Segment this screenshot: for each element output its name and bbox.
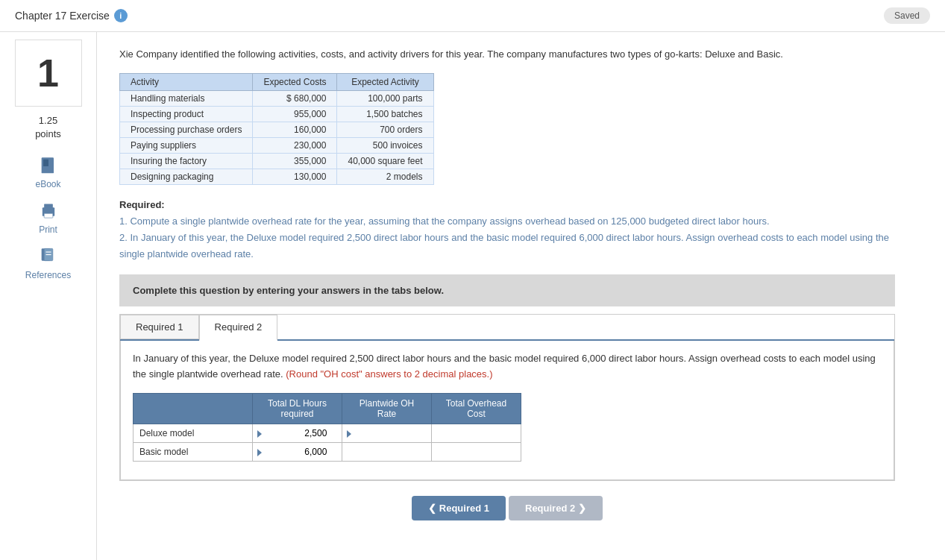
table-row: Basic model [134, 442, 521, 461]
deluxe-oh-rate-input[interactable] [357, 428, 416, 438]
required-title: Required: [119, 199, 165, 210]
page-header: Chapter 17 Exercise i Saved [0, 0, 945, 32]
deluxe-oh-rate-cell [342, 424, 432, 442]
question-text: Xie Company identified the following act… [119, 47, 895, 63]
basic-dl-hours-cell [253, 442, 342, 461]
basic-oh-rate-input[interactable] [347, 447, 406, 457]
tab2-main-text: In January of this year, the Deluxe mode… [133, 353, 876, 380]
page-title: Chapter 17 Exercise [15, 10, 110, 22]
deluxe-label: Deluxe model [134, 424, 253, 442]
table-cell: 355,000 [253, 153, 337, 169]
table-cell: $ 680,000 [253, 90, 337, 106]
triangle-indicator [257, 449, 262, 456]
book-icon [38, 156, 59, 177]
table-cell: 2 models [337, 169, 433, 184]
question-number-box: 1 [15, 40, 82, 107]
col-expected-activity: Expected Activity [337, 73, 433, 90]
table-cell: 100,000 parts [337, 90, 433, 106]
tabs-container: Required 1 Required 2 [120, 315, 894, 341]
table-cell: Designing packaging [120, 169, 253, 184]
tab-required1[interactable]: Required 1 [120, 315, 199, 339]
col-model [134, 393, 253, 424]
tabs-outer: Required 1 Required 2 In January of this… [119, 314, 895, 481]
req2-label: 2. [119, 232, 128, 243]
tab2-content: In January of this year, the Deluxe mode… [120, 341, 894, 480]
col-dl-hours: Total DL Hoursrequired [253, 393, 342, 424]
table-cell: Inspecting product [120, 106, 253, 122]
data-table: Total DL Hoursrequired Plantwide OHRate … [133, 393, 521, 462]
tab-required2[interactable]: Required 2 [199, 315, 278, 341]
table-cell: Handling materials [120, 90, 253, 106]
table-row: Deluxe model [134, 424, 521, 442]
col-activity: Activity [120, 73, 253, 90]
prev-arrow: ❮ [428, 503, 436, 514]
triangle-indicator [257, 430, 262, 438]
sidebar: 1 1.25 points eBook Print [0, 32, 97, 560]
table-cell: 700 orders [337, 122, 433, 137]
instruction-text: Complete this question by entering your … [133, 285, 444, 296]
table-cell: 230,000 [253, 137, 337, 153]
round-note: (Round "OH cost" answers to 2 decimal pl… [286, 368, 492, 380]
sidebar-item-ebook[interactable]: eBook [35, 156, 60, 189]
basic-oh-rate-cell [342, 442, 432, 461]
basic-label: Basic model [134, 442, 253, 461]
col-oh-rate: Plantwide OHRate [342, 393, 432, 424]
deluxe-dl-hours-input[interactable] [267, 428, 327, 438]
nav-buttons: ❮ Required 1 Required 2 ❯ [119, 496, 895, 535]
points-label: points [35, 128, 61, 139]
col-oh-cost: Total OverheadCost [432, 393, 521, 424]
col-expected-costs: Expected Costs [253, 73, 337, 90]
table-cell: 40,000 square feet [337, 153, 433, 169]
req1-text: Compute a single plantwide overhead rate… [130, 215, 769, 227]
triangle-indicator [347, 430, 351, 438]
table-cell: Paying suppliers [120, 137, 253, 153]
svg-rect-3 [44, 204, 53, 209]
basic-dl-hours-input[interactable] [267, 447, 327, 457]
table-cell: 130,000 [253, 169, 337, 184]
prev-button[interactable]: ❮ Required 1 [412, 496, 506, 520]
deluxe-oh-cost-input[interactable] [436, 428, 496, 438]
req2-text: In January of this year, the Deluxe mode… [119, 232, 889, 259]
basic-oh-cost-input[interactable] [436, 447, 496, 457]
required-section: Required: 1. Compute a single plantwide … [119, 197, 895, 262]
points-display: 1.25 points [35, 114, 61, 141]
references-label: References [25, 270, 71, 280]
references-icon [38, 247, 59, 268]
instruction-box: Complete this question by entering your … [119, 274, 895, 306]
next-arrow: ❯ [578, 503, 586, 514]
activity-table: Activity Expected Costs Expected Activit… [119, 73, 434, 185]
sidebar-item-print[interactable]: Print [38, 201, 59, 235]
basic-oh-cost-cell [432, 442, 521, 461]
print-icon [38, 201, 59, 222]
svg-rect-4 [44, 214, 53, 218]
print-label: Print [39, 224, 57, 235]
main-layout: 1 1.25 points eBook Print [0, 32, 945, 560]
table-cell: 955,000 [253, 106, 337, 122]
table-cell: 500 invoices [337, 137, 433, 153]
content-area: Xie Company identified the following act… [97, 32, 917, 560]
ebook-label: eBook [35, 179, 60, 189]
table-cell: Insuring the factory [120, 153, 253, 169]
table-cell: Processing purchase orders [120, 122, 253, 137]
next-button[interactable]: Required 2 ❯ [509, 496, 603, 520]
req1-label: 1. [119, 215, 128, 227]
deluxe-oh-cost-cell [432, 424, 521, 442]
table-cell: 1,500 batches [337, 106, 433, 122]
table-cell: 160,000 [253, 122, 337, 137]
tab2-description: In January of this year, the Deluxe mode… [133, 351, 882, 383]
question-number: 1 [37, 51, 59, 95]
info-icon[interactable]: i [114, 9, 128, 22]
saved-badge: Saved [884, 7, 930, 24]
deluxe-dl-hours-cell [253, 424, 342, 442]
sidebar-item-references[interactable]: References [25, 247, 71, 280]
points-value: 1.25 [39, 115, 57, 126]
svg-rect-1 [43, 160, 48, 166]
